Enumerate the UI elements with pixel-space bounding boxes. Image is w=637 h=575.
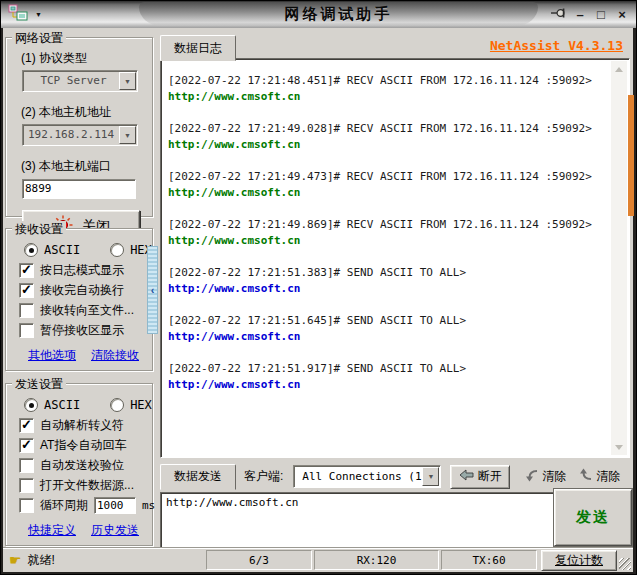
protocol-select[interactable]: TCP Server ▼	[22, 70, 138, 92]
option-row: 打开文件数据源...	[19, 478, 152, 492]
rx-count-panel: RX:120	[314, 550, 439, 570]
history-send-link[interactable]: 历史发送	[91, 522, 139, 539]
tx-count-panel: TX:60	[441, 550, 537, 570]
scroll-down-icon[interactable]	[611, 439, 627, 455]
hand-pointer-icon: ☛	[9, 553, 22, 567]
minimize-button[interactable]: –	[572, 7, 588, 23]
titlebar: ▼ 网络调试助手 – □ ×	[1, 1, 636, 28]
log-entry: [2022-07-22 17:21:51.917]# SEND ASCII TO…	[168, 361, 610, 393]
radio-ascii-label: ASCII	[44, 243, 80, 257]
log-payload: http://www.cmsoft.cn	[168, 138, 300, 151]
log-payload: http://www.cmsoft.cn	[168, 282, 300, 295]
resize-grip[interactable]	[619, 558, 631, 570]
log-timestamp-line: [2022-07-22 17:21:51.645]# SEND ASCII TO…	[168, 313, 610, 329]
tab-data-log[interactable]: 数据日志	[160, 35, 236, 61]
checkbox-file-source[interactable]	[19, 478, 34, 493]
log-timestamp-line: [2022-07-22 17:21:49.869]# RECV ASCII FR…	[168, 217, 610, 233]
receive-format-radios: ASCII HEX	[24, 243, 152, 257]
radio-hex[interactable]	[110, 243, 124, 257]
checkbox-pause-display[interactable]	[19, 323, 34, 338]
radio-ascii[interactable]	[24, 243, 38, 257]
log-payload: http://www.cmsoft.cn	[168, 90, 300, 103]
option-row: 接收完自动换行	[19, 283, 152, 297]
scroll-up-icon[interactable]	[611, 61, 627, 77]
tab-label: 数据发送	[174, 468, 222, 485]
address-label: (2) 本地主机地址	[21, 104, 152, 121]
version-link[interactable]: NetAssist V4.3.13	[490, 38, 623, 53]
checkbox-auto-newline[interactable]	[19, 283, 34, 298]
log-payload: http://www.cmsoft.cn	[168, 234, 300, 247]
chevron-down-icon[interactable]: ▼	[119, 126, 136, 144]
reset-count-button[interactable]: 复位计数	[541, 550, 617, 571]
option-row: AT指令自动回车	[19, 438, 152, 452]
log-timestamp-line: [2022-07-22 17:21:49.028]# RECV ASCII FR…	[168, 121, 610, 137]
clear-send-button[interactable]: 清除	[524, 468, 566, 485]
client-select[interactable]: All Connections (1) ▼	[293, 465, 441, 488]
clear-receive-button[interactable]: 清除	[578, 468, 620, 485]
checkbox-auto-checksum[interactable]	[19, 458, 34, 473]
close-window-button[interactable]: ×	[614, 7, 630, 23]
group-title: 网络设置	[12, 30, 66, 47]
checkbox-log-mode[interactable]	[19, 263, 34, 278]
cycle-unit: ms	[142, 499, 155, 512]
status-bar: ☛ 就绪! 6/3 RX:120 TX:60 复位计数	[3, 547, 633, 572]
cycle-period-input[interactable]	[94, 497, 136, 514]
port-input[interactable]	[22, 179, 136, 199]
log-content: [2022-07-22 17:21:48.451]# RECV ASCII FR…	[163, 61, 610, 455]
arrow-curve-up-icon	[578, 468, 592, 485]
chevron-left-icon: ‹	[151, 285, 155, 296]
checkbox-at-auto-enter[interactable]	[19, 438, 34, 453]
option-row: 自动解析转义符	[19, 418, 152, 432]
log-timestamp-line: [2022-07-22 17:21:51.383]# SEND ASCII TO…	[168, 265, 610, 281]
tab-data-send[interactable]: 数据发送	[160, 464, 236, 490]
option-label: AT指令自动回车	[40, 437, 126, 454]
clear-receive-link[interactable]: 清除接收	[91, 347, 139, 364]
network-settings-group: 网络设置 (1) 协议类型 TCP Server ▼ (2) 本地主机地址 19…	[5, 37, 153, 217]
group-title: 发送设置	[12, 376, 66, 393]
chevron-down-icon: ▼	[35, 11, 42, 18]
other-options-link[interactable]: 其他选项	[28, 347, 76, 364]
option-label: 自动解析转义符	[40, 417, 124, 434]
chevron-down-icon[interactable]: ▼	[119, 72, 136, 90]
log-payload: http://www.cmsoft.cn	[168, 330, 300, 343]
client-label: 客户端:	[244, 468, 283, 485]
radio-ascii[interactable]	[24, 398, 38, 412]
disconnect-label: 断开	[478, 468, 502, 485]
maximize-button[interactable]: □	[593, 7, 609, 23]
option-row: 暂停接收区显示	[19, 323, 152, 337]
app-icon	[8, 4, 28, 25]
disconnect-button[interactable]: 断开	[450, 465, 510, 489]
checkbox-redirect-file[interactable]	[19, 303, 34, 318]
main-content: 网络设置 (1) 协议类型 TCP Server ▼ (2) 本地主机地址 19…	[3, 28, 633, 572]
log-payload: http://www.cmsoft.cn	[168, 378, 300, 391]
send-button[interactable]: 发送	[554, 489, 632, 546]
window-controls: – □ ×	[549, 1, 630, 28]
log-timestamp-line: [2022-07-22 17:21:49.473]# RECV ASCII FR…	[168, 169, 610, 185]
checkbox-cycle-send[interactable]	[19, 498, 34, 513]
send-links: 快捷定义 历史发送	[28, 522, 152, 539]
sidebar-collapse-handle[interactable]: ‹	[147, 246, 158, 334]
address-select[interactable]: 192.168.2.114 ▼	[22, 124, 138, 146]
checkbox-parse-escape[interactable]	[19, 418, 34, 433]
send-input[interactable]: http://www.cmsoft.cn	[160, 492, 563, 551]
system-menu[interactable]: ▼	[8, 4, 42, 25]
log-scrollbar[interactable]	[611, 61, 627, 455]
option-label: 按日志模式显示	[40, 262, 124, 279]
radio-hex[interactable]	[110, 398, 124, 412]
chevron-down-icon[interactable]: ▼	[422, 467, 439, 486]
cycle-label: 循环周期	[40, 497, 88, 514]
log-timestamp-line: [2022-07-22 17:21:48.451]# RECV ASCII FR…	[168, 73, 610, 89]
connection-count-panel: 6/3	[206, 550, 312, 570]
tab-label: 数据日志	[174, 40, 222, 57]
pin-icon[interactable]	[549, 5, 567, 25]
port-label: (3) 本地主机端口	[21, 158, 152, 175]
option-label: 打开文件数据源...	[40, 477, 134, 494]
status-message: ☛ 就绪!	[9, 552, 55, 569]
arrow-left-icon	[459, 469, 474, 484]
send-toolbar: 数据发送 客户端: All Connections (1) ▼ 断开	[160, 464, 629, 489]
option-label: 自动发送校验位	[40, 457, 124, 474]
option-label: 接收转向至文件...	[40, 302, 134, 319]
protocol-label: (1) 协议类型	[21, 50, 152, 67]
quick-define-link[interactable]: 快捷定义	[28, 522, 76, 539]
option-label: 接收完自动换行	[40, 282, 124, 299]
